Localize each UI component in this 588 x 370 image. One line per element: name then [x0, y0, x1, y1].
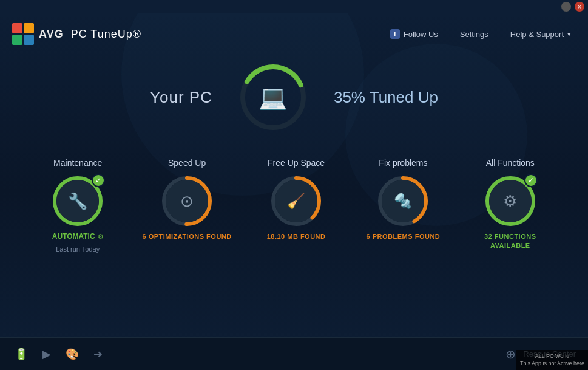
close-button[interactable]: ×: [575, 2, 584, 12]
speedup-status: 6 OPTIMIZATIONS FOUND: [143, 232, 232, 241]
svg-rect-2: [12, 35, 22, 45]
cards-section: Maintenance 🔧 ✓ AUTOMATIC ⚙ Last run Tod…: [0, 146, 588, 337]
freeup-status: 18.10 MB FOUND: [267, 232, 326, 241]
hero-left-text: Your PC: [150, 88, 212, 107]
watermark-line1: ALL PC World: [520, 352, 584, 360]
fixproblems-title: Fix problems: [379, 158, 427, 168]
svg-rect-1: [24, 23, 34, 33]
maintenance-sub: Last run Today: [56, 245, 100, 253]
maintenance-title: Maintenance: [53, 158, 102, 168]
header-actions: f Follow Us Settings Help & Support: [385, 27, 576, 41]
automatic-text: AUTOMATIC: [52, 232, 95, 241]
allfunctions-card[interactable]: All Functions ⚙ ✓ 32 FUNCTIONS AVAILABLE: [468, 158, 553, 251]
help-support-button[interactable]: Help & Support: [505, 27, 576, 41]
fixproblems-status: 6 PROBLEMS FOUND: [367, 232, 441, 241]
titlebar: − ×: [0, 0, 588, 13]
speedup-title: Speed Up: [168, 158, 206, 168]
freeup-card[interactable]: Free Up Space 🧹 18.10 MB FOUND: [254, 158, 339, 241]
logo-text: AVG PC TuneUp®: [39, 28, 141, 41]
svg-rect-0: [12, 23, 22, 33]
fixproblems-card[interactable]: Fix problems 🔩 6 PROBLEMS FOUND: [360, 158, 445, 241]
freeup-title: Free Up Space: [268, 158, 325, 168]
allfunctions-status: 32 FUNCTIONS AVAILABLE: [484, 232, 536, 251]
hero-section: Your PC 💻 35% Tuned Up: [0, 55, 588, 146]
battery-icon[interactable]: 🔋: [12, 345, 30, 363]
maintenance-ring: 🔧 ✓: [52, 175, 104, 227]
follow-label: Follow Us: [404, 30, 438, 39]
settings-label: Settings: [460, 30, 488, 39]
logo-name: PC TuneUp®: [71, 28, 141, 40]
maintenance-auto-label: AUTOMATIC ⚙: [52, 232, 104, 241]
allfunctions-ring: ⚙ ✓: [484, 175, 536, 227]
maintenance-check-badge: ✓: [92, 174, 105, 187]
follow-us-button[interactable]: f Follow Us: [385, 27, 443, 41]
avg-logo-icon: [12, 23, 34, 45]
auto-gear-icon: ⚙: [98, 233, 104, 241]
allfunctions-check-badge: ✓: [524, 174, 538, 187]
footer: 🔋 ▶ 🎨 ➜ ⊕ Rescue Center: [0, 337, 588, 370]
laptop-icon: 💻: [259, 84, 287, 111]
rescue-icon: ⊕: [505, 347, 516, 361]
svg-rect-3: [24, 35, 34, 45]
app-container: AVG PC TuneUp® f Follow Us Settings Help…: [0, 13, 588, 370]
arrow-icon[interactable]: ➜: [91, 345, 105, 363]
dashboard-icon[interactable]: 🎨: [63, 345, 81, 363]
play-icon[interactable]: ▶: [40, 345, 53, 363]
minimize-button[interactable]: −: [561, 2, 571, 12]
settings-button[interactable]: Settings: [455, 27, 493, 41]
watermark-line2: This App is not Active here: [520, 360, 584, 368]
hero-ring: 💻: [237, 61, 309, 134]
freeup-ring: 🧹: [270, 175, 322, 227]
speedup-card[interactable]: Speed Up ⊙ 6 OPTIMIZATIONS FOUND: [143, 158, 232, 241]
allfunctions-title: All Functions: [486, 158, 535, 168]
logo: AVG PC TuneUp®: [12, 23, 141, 45]
watermark: ALL PC World This App is not Active here: [516, 350, 588, 370]
header: AVG PC TuneUp® f Follow Us Settings Help…: [0, 13, 588, 55]
hero-right-text: 35% Tuned Up: [334, 88, 438, 107]
maintenance-card[interactable]: Maintenance 🔧 ✓ AUTOMATIC ⚙ Last run Tod…: [35, 158, 120, 253]
fixproblems-ring: 🔩: [377, 175, 429, 227]
facebook-icon: f: [390, 29, 400, 39]
logo-avg: AVG: [39, 28, 64, 40]
speedup-ring: ⊙: [161, 175, 213, 227]
help-label: Help & Support: [510, 30, 564, 39]
footer-left: 🔋 ▶ 🎨 ➜: [12, 345, 105, 363]
